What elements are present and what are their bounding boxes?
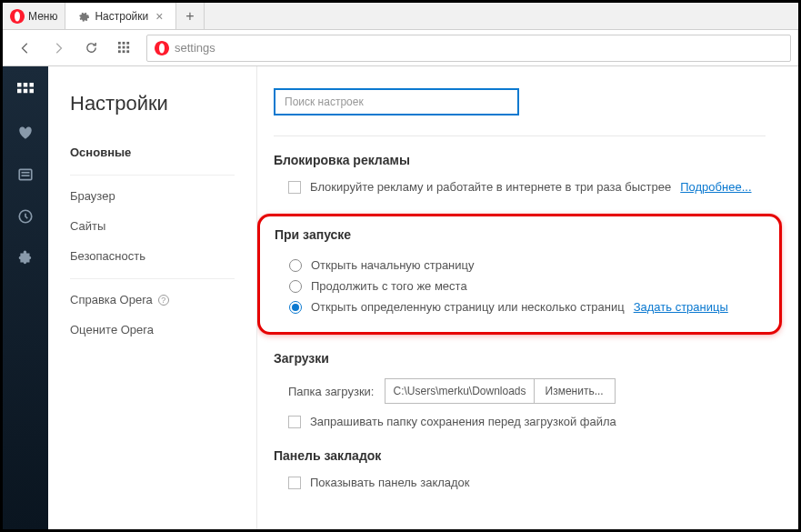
downloads-folder-label: Папка загрузки: xyxy=(288,385,374,398)
svg-rect-4 xyxy=(117,46,120,49)
question-icon: ? xyxy=(158,295,169,306)
adblock-more-link[interactable]: Подробнее... xyxy=(680,180,751,194)
startup-radio-specific[interactable] xyxy=(289,301,302,314)
sidebar xyxy=(3,66,48,529)
startup-radio-start-page[interactable] xyxy=(289,259,302,272)
nav-help-label: Справка Opera xyxy=(70,293,153,306)
downloads-title: Загрузки xyxy=(274,351,766,366)
speed-dial-icon xyxy=(17,83,34,99)
grid-icon xyxy=(117,41,131,55)
svg-rect-2 xyxy=(122,42,125,45)
opera-logo-icon xyxy=(155,41,169,55)
new-tab-button[interactable]: + xyxy=(176,3,204,29)
nav-separator xyxy=(70,278,235,279)
svg-rect-12 xyxy=(24,83,28,87)
svg-rect-5 xyxy=(122,46,125,49)
svg-rect-15 xyxy=(24,89,28,94)
svg-rect-7 xyxy=(117,50,120,53)
svg-rect-13 xyxy=(30,83,35,87)
gear-icon xyxy=(76,10,89,23)
nav-browser[interactable]: Браузер xyxy=(70,181,235,211)
clock-icon xyxy=(17,208,34,225)
svg-rect-14 xyxy=(17,89,22,94)
downloads-ask-label: Запрашивать папку сохранения перед загру… xyxy=(310,415,616,428)
divider xyxy=(274,136,766,136)
downloads-ask-checkbox[interactable] xyxy=(288,416,301,428)
bookmarks-show-checkbox[interactable] xyxy=(288,477,301,489)
opera-logo-icon xyxy=(10,9,25,24)
downloads-change-button[interactable]: Изменить... xyxy=(535,378,616,404)
svg-rect-8 xyxy=(122,50,125,53)
close-icon[interactable]: × xyxy=(154,11,165,22)
tab-title: Настройки xyxy=(95,10,148,23)
startup-set-pages-link[interactable]: Задать страницы xyxy=(634,300,728,314)
news-icon xyxy=(17,166,34,183)
section-bookmarks: Панель закладок Показывать панель заклад… xyxy=(274,448,766,489)
nav-rate[interactable]: Оцените Opera xyxy=(70,315,235,345)
startup-opt1: Открыть начальную страницу xyxy=(311,258,475,272)
address-text: settings xyxy=(175,41,215,55)
address-bar[interactable]: settings xyxy=(146,35,791,62)
chevron-left-icon xyxy=(19,42,32,55)
svg-rect-17 xyxy=(19,169,32,179)
reload-icon xyxy=(85,41,98,55)
svg-rect-11 xyxy=(17,83,22,87)
startup-title: При запуске xyxy=(275,227,765,242)
startup-opt2: Продолжить с того же места xyxy=(311,279,467,293)
adblock-checkbox[interactable] xyxy=(288,181,301,194)
toolbar: settings xyxy=(3,30,798,66)
adblock-label: Блокируйте рекламу и работайте в интерне… xyxy=(310,180,671,194)
heart-icon xyxy=(17,125,34,141)
section-startup-highlight: При запуске Открыть начальную страницу П… xyxy=(257,214,782,335)
startup-radio-continue[interactable] xyxy=(289,280,302,293)
search-input[interactable] xyxy=(274,88,519,115)
nav-separator xyxy=(70,175,235,176)
svg-rect-9 xyxy=(126,50,129,53)
svg-rect-6 xyxy=(126,46,129,49)
svg-point-10 xyxy=(159,43,165,53)
settings-main: Блокировка рекламы Блокируйте рекламу и … xyxy=(257,66,798,529)
svg-rect-16 xyxy=(30,89,35,94)
chevron-right-icon xyxy=(52,42,65,55)
sidebar-news[interactable] xyxy=(12,161,39,188)
downloads-folder-input[interactable]: C:\Users\merku\Downloads xyxy=(385,378,534,404)
nav-basic[interactable]: Основные xyxy=(70,137,235,167)
sidebar-extensions[interactable] xyxy=(12,245,39,272)
svg-rect-3 xyxy=(126,42,129,45)
puzzle-icon xyxy=(17,250,34,266)
sidebar-bookmarks[interactable] xyxy=(12,119,39,146)
page-title: Настройки xyxy=(70,92,235,115)
sidebar-speed-dial[interactable] xyxy=(12,77,39,105)
tab-settings[interactable]: Настройки × xyxy=(65,3,176,29)
section-adblock: Блокировка рекламы Блокируйте рекламу и … xyxy=(274,153,766,194)
menu-label: Меню xyxy=(28,10,57,23)
nav-help[interactable]: Справка Opera ? xyxy=(70,285,235,315)
nav-security[interactable]: Безопасность xyxy=(70,241,235,271)
bookmarks-title: Панель закладок xyxy=(274,448,766,463)
menu-button[interactable]: Меню xyxy=(3,3,65,29)
svg-rect-1 xyxy=(117,42,120,45)
reload-button[interactable] xyxy=(75,35,106,62)
section-downloads: Загрузки Папка загрузки: C:\Users\merku\… xyxy=(274,351,766,428)
content: Настройки Основные Браузер Сайты Безопас… xyxy=(3,66,798,529)
forward-button[interactable] xyxy=(43,35,74,62)
startup-opt3: Открыть определенную страницу или нескол… xyxy=(311,300,625,314)
sidebar-history[interactable] xyxy=(12,203,39,230)
settings-nav: Настройки Основные Браузер Сайты Безопас… xyxy=(48,66,257,529)
back-button[interactable] xyxy=(10,35,41,62)
svg-point-0 xyxy=(15,11,20,21)
adblock-title: Блокировка рекламы xyxy=(274,153,766,167)
nav-sites[interactable]: Сайты xyxy=(70,211,235,241)
bookmarks-show-label: Показывать панель закладок xyxy=(310,476,470,489)
speed-dial-button[interactable] xyxy=(108,35,139,62)
titlebar: Меню Настройки × + xyxy=(3,3,798,30)
